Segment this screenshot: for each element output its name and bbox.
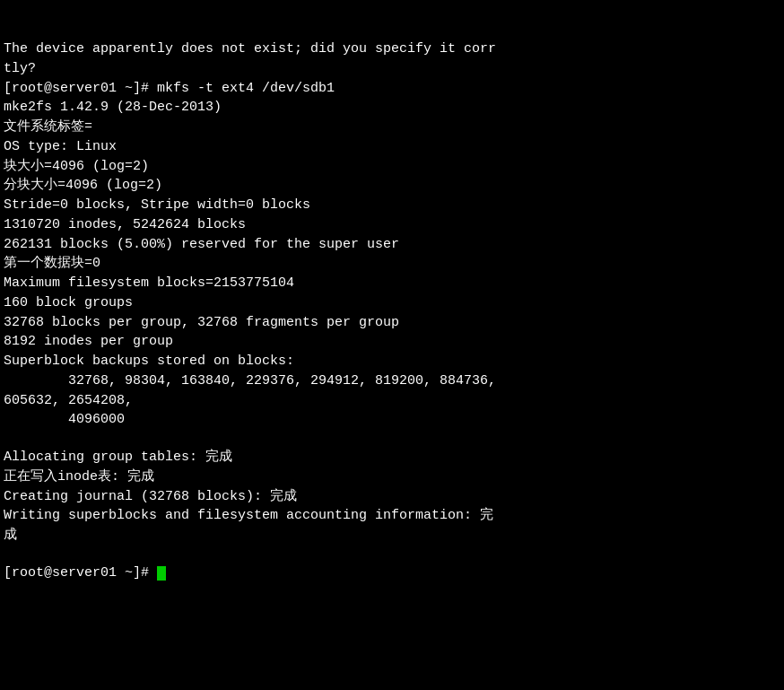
terminal-cursor [157,566,166,581]
terminal-line: mke2fs 1.42.9 (28-Dec-2013) [4,98,780,118]
terminal-line: 32768, 98304, 163840, 229376, 294912, 81… [4,371,780,391]
terminal-line: 正在写入inode表: 完成 [4,467,780,487]
terminal-line: Allocating group tables: 完成 [4,448,780,467]
terminal-line: 4096000 [4,410,780,430]
terminal-line: [root@server01 ~]# mkfs -t ext4 /dev/sdb… [4,79,780,99]
terminal-line: 8192 inodes per group [4,332,780,352]
terminal-line: Creating journal (32768 blocks): 完成 [4,487,780,507]
terminal-window: The device apparently does not exist; di… [0,0,784,690]
terminal-content[interactable]: The device apparently does not exist; di… [0,0,784,585]
terminal-line: 1310720 inodes, 5242624 blocks [4,215,780,235]
terminal-line: tly? [4,59,780,79]
terminal-line: 160 block groups [4,293,780,313]
terminal-line [4,430,780,448]
terminal-line: Maximum filesystem blocks=2153775104 [4,274,780,293]
terminal-line: The device apparently does not exist; di… [4,39,780,59]
terminal-line: Writing superblocks and filesystem accou… [4,506,780,526]
terminal-line: Superblock backups stored on blocks: [4,352,780,371]
terminal-line: 成 [4,526,780,546]
terminal-line: [root@server01 ~]# [4,563,780,583]
terminal-line: 262131 blocks (5.00%) reserved for the s… [4,235,780,255]
terminal-line: 32768 blocks per group, 32768 fragments … [4,313,780,333]
terminal-line: 分块大小=4096 (log=2) [4,176,780,196]
terminal-line: 文件系统标签= [4,118,780,137]
terminal-line: 块大小=4096 (log=2) [4,157,780,177]
terminal-line [4,546,780,563]
terminal-line: OS type: Linux [4,137,780,157]
terminal-line: 第一个数据块=0 [4,254,780,274]
terminal-line: 605632, 2654208, [4,391,780,411]
terminal-line: Stride=0 blocks, Stripe width=0 blocks [4,196,780,215]
